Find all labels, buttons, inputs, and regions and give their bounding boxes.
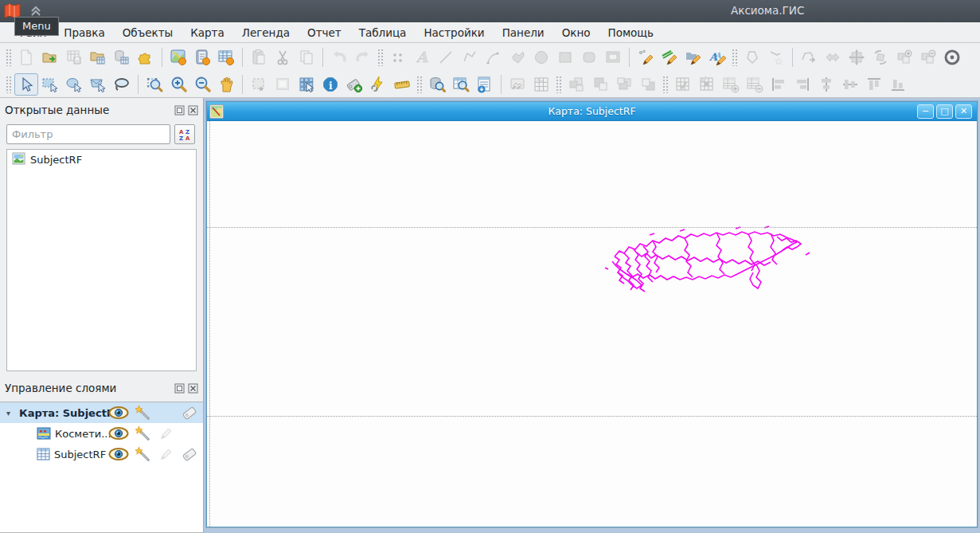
toolbar-button-object-to-back [636,73,660,96]
float-icon[interactable] [174,104,185,116]
toolbar-button-grid-select[interactable] [295,73,318,96]
wand-icon[interactable] [131,425,154,441]
map-canvas[interactable] [207,121,977,527]
toolbar-button-search-table[interactable] [449,73,473,96]
toolbar-button-draw-text: A [410,46,434,69]
maximize-button[interactable]: □ [936,104,953,119]
menu-карта[interactable]: Карта [182,24,233,41]
menu-панели[interactable]: Панели [494,24,553,41]
expander-icon[interactable]: ▾ [6,409,14,417]
table-layer-icon [37,448,50,460]
toolbar-button-snap-target[interactable] [940,46,964,69]
toolbar-drag-handle[interactable] [556,76,562,93]
toolbar-button-select-region [247,73,271,96]
menu-tooltip: Menu [14,17,59,36]
toolbar-button-style-line-pencil[interactable] [658,46,681,69]
az-sort-button[interactable]: A Z Z A [174,124,195,144]
toolbar-button-search-database[interactable] [425,73,449,96]
toolbar-button-plugins-puzzle[interactable] [134,46,158,69]
toolbar-drag-handle[interactable] [377,49,384,66]
tag-icon[interactable] [178,446,202,462]
toolbar-button-select-lasso[interactable] [110,73,134,96]
layer-row[interactable]: ▾Карта: SubjectRF [0,402,203,423]
toolbar-button-select-rectangle[interactable] [38,73,62,96]
toolbar-button-shape-arrows [821,46,845,69]
toolbar-button-polygon-outline [740,46,764,69]
toolbar-button-new-map-window[interactable] [166,46,190,69]
toolbar-drag-handle[interactable] [662,76,669,93]
menu-правка[interactable]: Правка [55,24,113,41]
toolbar-button-style-point-pencil[interactable] [634,46,658,69]
toolbar-button-style-text-pencil[interactable]: AA [705,46,729,69]
toolbar-button-open-database-table[interactable] [110,46,134,69]
toolbar-button-select-ellipse[interactable] [62,73,86,96]
toolbar-drag-handle[interactable] [6,76,12,93]
toolbar-button-new-table-window[interactable] [214,46,238,69]
toolbar-button-zoom-selection[interactable] [143,73,166,96]
toolbar-button-zoom-out[interactable] [190,73,214,96]
toolbar-button-new-report[interactable] [190,46,214,69]
toolbar-button-info-tool[interactable]: i [318,73,342,96]
toolbar-button-draw-polyline [458,46,482,69]
toolbar-button-open-folder[interactable] [38,46,62,69]
toolbar-separator [162,48,162,67]
pencil-icon [154,425,178,441]
toolbar-separator [242,48,243,67]
menubar: ФайлПравкаОбъектыКартаЛегендаОтчетТаблиц… [0,22,980,43]
toolbar-button-select-arrow[interactable] [14,73,38,96]
close-icon[interactable] [187,104,198,116]
menu-окно[interactable]: Окно [553,24,599,41]
menu-таблица[interactable]: Таблица [350,24,416,41]
close-button[interactable]: ✕ [955,104,972,119]
toolbar-button-pan-hand[interactable] [214,73,238,96]
eye-icon[interactable] [107,427,131,440]
layer-row[interactable]: Космети... [0,423,203,444]
toolbar-button-clear-selection [271,73,295,96]
toolbar-button-table-statistics[interactable] [473,73,497,96]
toolbar-drag-handle[interactable] [732,49,738,66]
map-window-titlebar[interactable]: Карта: SubjectRF ─□✕ [207,102,977,121]
wand-icon[interactable] [131,405,154,421]
wand-icon[interactable] [131,446,154,462]
toolbar-button-style-region-pencil[interactable] [681,46,705,69]
svg-text:A: A [416,49,428,65]
tag-icon[interactable] [178,405,202,421]
list-item[interactable]: SubjectRF [7,150,196,169]
svg-text:Z: Z [179,135,183,141]
toolbar-button-align-left [767,73,791,96]
menu-настройки[interactable]: Настройки [415,24,493,41]
toolbar-button-paste [247,46,271,69]
minimize-button[interactable]: ─ [917,104,934,119]
toolbar-button-ruler[interactable] [390,73,414,96]
toolbar-drag-handle[interactable] [6,49,12,66]
russia-subjects-outline [207,121,977,527]
toolbar-button-rotate-object [869,46,892,69]
menu-легенда[interactable]: Легенда [233,24,299,41]
toolbar-button-add-label[interactable] [342,73,366,96]
menu-отчет[interactable]: Отчет [299,24,350,41]
toolbar-button-table-remove-row [743,73,767,96]
toolbar-button-image-registration [506,73,529,96]
toolbar-button-reshape [797,46,821,69]
toolbar-button-open-folder-table[interactable] [86,46,110,69]
layer-row[interactable]: SubjectRF [0,444,203,464]
float-icon[interactable] [174,382,185,394]
close-icon[interactable] [187,382,198,394]
raster-image-icon [12,152,25,167]
map-window-title: Карта: SubjectRF [207,105,977,117]
eye-icon[interactable] [107,406,131,419]
menu-помощь[interactable]: Помощь [599,24,663,41]
svg-text:A: A [179,129,184,135]
toolbar-button-grid-map [529,73,553,96]
toolbar-button-select-polygon[interactable] [86,73,110,96]
toolbar-button-zoom-in[interactable] [166,73,190,96]
eye-icon[interactable] [107,448,131,460]
toolbar-button-draw-shape [506,46,529,69]
toolbar-button-remove-node [916,46,940,69]
menu-объекты[interactable]: Объекты [114,24,182,41]
toolbar-button-move-object [845,46,869,69]
toolbar-button-hotlink[interactable] [366,73,390,96]
toolbar-drag-handle[interactable] [416,76,423,93]
toolbar-button-align-h-center [838,73,862,96]
filter-input[interactable] [6,124,170,144]
